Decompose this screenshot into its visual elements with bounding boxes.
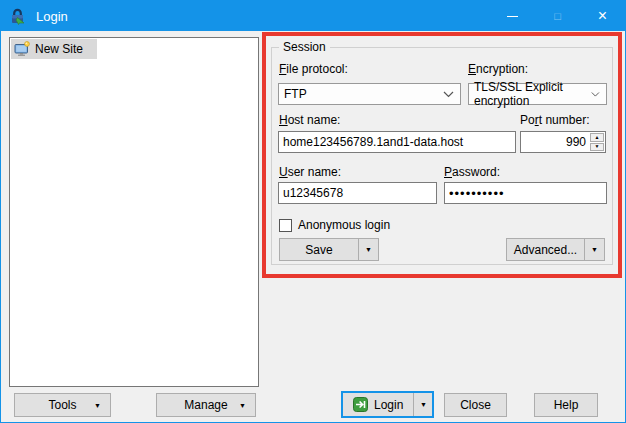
tools-button-label: Tools <box>48 398 76 412</box>
password-input[interactable] <box>444 182 607 204</box>
site-list[interactable]: New Site <box>9 37 259 387</box>
dropdown-icon: ▼ <box>591 246 598 253</box>
manage-button-label: Manage <box>184 398 227 412</box>
advanced-split-button: Advanced... ▼ <box>506 238 605 261</box>
file-protocol-label: File protocol: <box>279 62 348 76</box>
file-protocol-select[interactable]: FTP <box>278 83 461 105</box>
maximize-icon: □ <box>554 10 561 22</box>
spin-down-icon: ▼ <box>595 144 600 149</box>
login-button[interactable]: Login <box>343 393 413 416</box>
chevron-down-icon <box>443 91 454 98</box>
maximize-button: □ <box>535 1 580 31</box>
dropdown-icon: ▼ <box>365 246 372 253</box>
login-dialog: Login □ × New Site Session File protocol… <box>0 0 626 423</box>
login-dropdown-button[interactable]: ▼ <box>413 393 432 416</box>
encryption-select[interactable]: TLS/SSL Explicit encryption <box>468 83 607 105</box>
login-split-button: Login ▼ <box>341 391 434 418</box>
site-list-item-new-site[interactable]: New Site <box>11 39 97 59</box>
password-label: Password: <box>444 165 500 179</box>
login-icon <box>353 397 368 412</box>
session-group-label: Session <box>279 40 330 54</box>
save-button[interactable]: Save <box>280 239 358 260</box>
user-name-input[interactable] <box>278 182 437 204</box>
save-button-label: Save <box>305 243 332 257</box>
encryption-value: TLS/SSL Explicit encryption <box>474 80 591 108</box>
dropdown-icon: ▼ <box>94 402 101 409</box>
save-split-button: Save ▼ <box>279 238 379 261</box>
port-number-value: 990 <box>521 135 589 149</box>
save-dropdown-button[interactable]: ▼ <box>358 239 378 260</box>
spin-up-icon: ▲ <box>595 135 600 140</box>
advanced-dropdown-button[interactable]: ▼ <box>584 239 604 260</box>
spin-down-button[interactable]: ▼ <box>590 143 604 152</box>
title-bar: Login □ × <box>1 1 625 31</box>
minimize-button[interactable] <box>490 1 535 31</box>
close-button[interactable]: × <box>580 1 625 31</box>
chevron-down-icon <box>591 91 600 98</box>
anonymous-login-checkbox[interactable] <box>279 219 292 232</box>
help-button[interactable]: Help <box>534 393 598 417</box>
anonymous-login-label: Anonymous login <box>298 218 390 232</box>
close-icon: × <box>598 7 607 25</box>
new-site-icon <box>14 41 30 57</box>
spin-up-button[interactable]: ▲ <box>590 133 604 142</box>
window-controls: □ × <box>490 1 625 31</box>
site-item-label: New Site <box>35 42 83 56</box>
port-spinner: ▲ ▼ <box>589 132 605 152</box>
encryption-label: Encryption: <box>468 62 528 76</box>
anonymous-login-row: Anonymous login <box>279 218 390 232</box>
close-dialog-button[interactable]: Close <box>444 393 507 417</box>
winscp-app-icon <box>9 8 27 25</box>
advanced-button[interactable]: Advanced... <box>507 239 584 260</box>
minimize-icon <box>507 16 518 17</box>
help-button-label: Help <box>554 398 579 412</box>
close-button-label: Close <box>460 398 491 412</box>
dropdown-icon: ▼ <box>239 402 246 409</box>
host-name-label: Host name: <box>279 113 340 127</box>
file-protocol-value: FTP <box>284 87 307 101</box>
session-group: Session File protocol: FTP Encryption: T… <box>271 47 613 265</box>
port-number-input[interactable]: 990 ▲ ▼ <box>520 131 606 153</box>
window-title: Login <box>36 9 68 24</box>
port-number-label: Port number: <box>520 113 589 127</box>
dropdown-icon: ▼ <box>420 401 427 408</box>
host-name-input[interactable] <box>278 131 516 153</box>
login-button-label: Login <box>374 398 403 412</box>
user-name-label: User name: <box>279 165 341 179</box>
advanced-button-label: Advanced... <box>514 243 577 257</box>
manage-button[interactable]: Manage ▼ <box>156 393 256 417</box>
tools-button[interactable]: Tools ▼ <box>14 393 111 417</box>
